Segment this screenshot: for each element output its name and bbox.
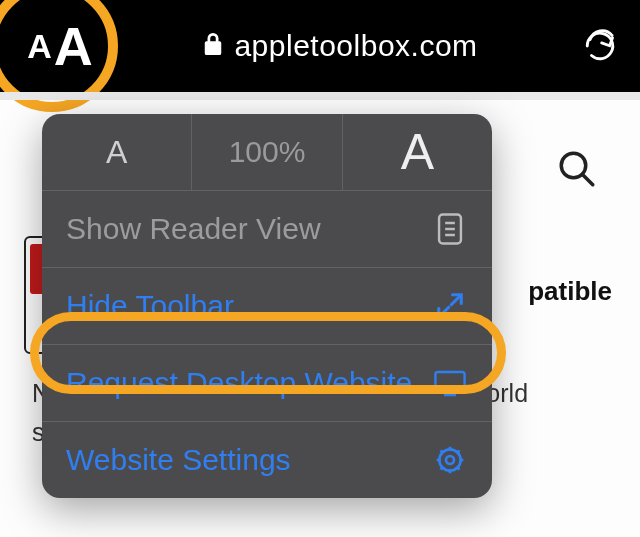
text-size-button[interactable]: A A <box>0 0 120 92</box>
request-desktop-row[interactable]: Request Desktop Website <box>42 345 492 421</box>
address-bar: A A appletoolbox.com <box>0 0 640 92</box>
show-reader-view-row[interactable]: Show Reader View <box>42 191 492 267</box>
article-heading-fragment: patible <box>528 276 612 307</box>
url-display[interactable]: appletoolbox.com <box>120 29 560 63</box>
request-desktop-label: Request Desktop Website <box>66 366 412 400</box>
small-a-glyph: A <box>27 29 52 63</box>
page-divider <box>0 92 640 100</box>
hide-toolbar-label: Hide Toolbar <box>66 289 234 323</box>
big-a-glyph: A <box>54 19 93 73</box>
hide-toolbar-row[interactable]: Hide Toolbar <box>42 268 492 344</box>
gear-icon <box>432 442 468 478</box>
website-settings-label: Website Settings <box>66 443 291 477</box>
svg-point-12 <box>446 456 454 464</box>
svg-rect-8 <box>435 372 464 390</box>
lock-icon <box>202 31 224 61</box>
increase-text-button[interactable]: A <box>343 114 492 190</box>
reload-button[interactable] <box>560 29 640 63</box>
url-text: appletoolbox.com <box>234 29 477 63</box>
desktop-icon <box>432 365 468 401</box>
svg-line-1 <box>582 174 593 185</box>
svg-line-6 <box>451 296 460 305</box>
expand-icon <box>432 288 468 324</box>
show-reader-view-label: Show Reader View <box>66 212 321 246</box>
text-size-popover: A 100% A Show Reader View Hide Toolbar <box>42 114 492 498</box>
website-settings-row[interactable]: Website Settings <box>42 422 492 498</box>
search-button[interactable] <box>556 148 598 194</box>
zoom-row: A 100% A <box>42 114 492 190</box>
zoom-level-display[interactable]: 100% <box>192 114 342 190</box>
reader-icon <box>432 211 468 247</box>
decrease-text-button[interactable]: A <box>42 114 192 190</box>
svg-line-7 <box>440 307 449 316</box>
